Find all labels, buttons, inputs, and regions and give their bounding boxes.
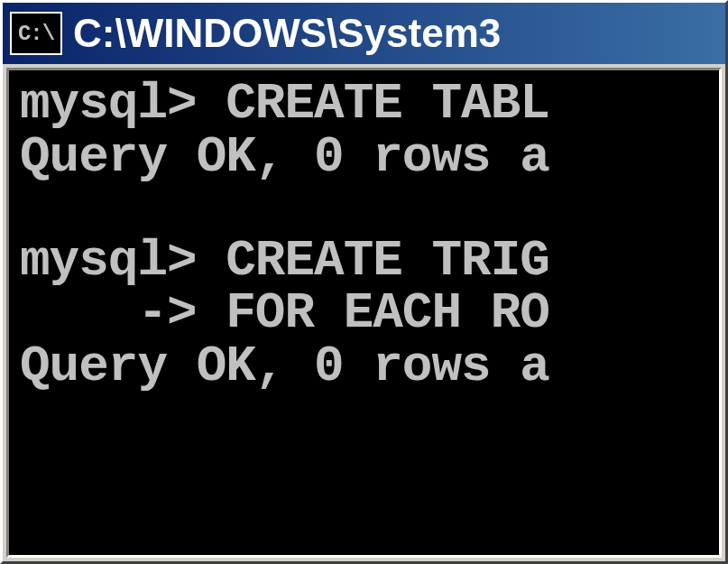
terminal-blank-line [20,184,708,235]
terminal-line: mysql> CREATE TABL [20,78,708,131]
command-prompt-window: C:\ C:\WINDOWS\System3 mysql> CREATE TAB… [0,0,728,564]
window-title: C:\WINDOWS\System3 [73,11,501,56]
terminal-area[interactable]: mysql> CREATE TABL Query OK, 0 rows a my… [6,68,722,558]
terminal-line: Query OK, 0 rows a [20,131,708,184]
titlebar[interactable]: C:\ C:\WINDOWS\System3 [3,3,725,64]
terminal-line: mysql> CREATE TRIG [20,235,708,288]
cmd-icon-label: C:\ [18,22,54,46]
terminal-line: -> FOR EACH RO [20,287,708,340]
cmd-icon: C:\ [10,12,62,55]
terminal-line: Query OK, 0 rows a [20,340,708,393]
